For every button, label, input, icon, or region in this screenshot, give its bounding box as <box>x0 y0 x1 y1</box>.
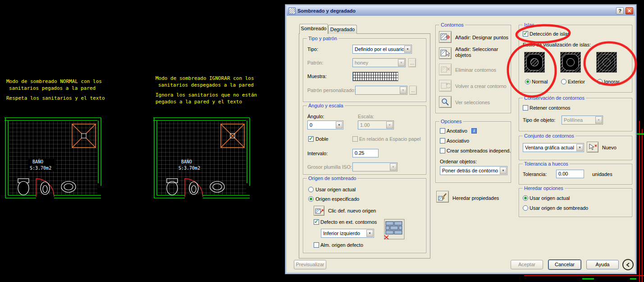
group-inherit-options: Heredar opciones <box>519 188 632 217</box>
view-selections-label: Ver selecciones <box>455 100 490 105</box>
retain-boundaries-label: Retener contornos <box>530 105 571 111</box>
group-boundary-retention: Conservación de contornos <box>519 98 632 131</box>
add-pick-points-button[interactable] <box>439 31 452 43</box>
remove-boundaries-label: Eliminar contornos <box>455 67 496 73</box>
draw-order-label: Ordenar objetos: <box>440 159 477 164</box>
origin-position-value: Inferior izquierdo <box>323 231 366 236</box>
group-title: Opciones <box>439 119 463 124</box>
island-exterior-label: Exterior <box>568 79 585 84</box>
bathroom-plan-normal: BAÑO S:3.70m2 <box>5 116 105 200</box>
origin-specified-radio[interactable] <box>308 196 314 202</box>
island-exterior-radio[interactable] <box>561 79 566 84</box>
paper-space-label: En relación a Espacio papel <box>359 136 420 142</box>
angle-select[interactable]: 0 <box>307 120 343 129</box>
ellipsis-icon: ... <box>410 60 414 65</box>
pattern-label: Patrón: <box>307 60 323 65</box>
dialog-titlebar[interactable]: Sombreado y degradado ? ✕ <box>287 6 635 16</box>
origin-current-radio[interactable] <box>308 187 314 192</box>
custom-pattern-select <box>355 86 407 95</box>
origin-pick-button[interactable] <box>314 206 324 216</box>
object-type-value: Polilínea <box>564 117 595 123</box>
sample-label: Muestra: <box>307 74 327 79</box>
cad-note-normal: Modo de sombreado NORMAL con los sanitar… <box>6 78 105 102</box>
note-line: sanitarios pegados a la pared <box>6 85 105 92</box>
object-type-select: Polilínea <box>562 116 603 125</box>
dialog-app-icon <box>288 7 296 14</box>
island-ignore-tile[interactable] <box>596 52 617 73</box>
independent-hatches-checkbox[interactable] <box>440 148 445 153</box>
draw-order-select[interactable]: Poner detrás de contorno <box>440 166 507 175</box>
angle-value: 0 <box>310 122 335 128</box>
chevron-down-icon <box>595 116 602 124</box>
type-select[interactable]: Definido por el usuario <box>352 45 412 54</box>
origin-pick-label: Clic def. nuevo origen <box>328 208 376 213</box>
chevron-down-icon[interactable] <box>366 230 373 237</box>
chevron-down-icon <box>400 87 406 94</box>
custom-pattern-label: Patrón personalizado: <box>307 88 356 93</box>
double-checkbox[interactable] <box>308 136 314 142</box>
island-detection-checkbox[interactable] <box>523 31 528 37</box>
hatch-gradient-dialog: Sombreado y degradado ? ✕ Sombreado Degr… <box>285 5 636 274</box>
group-title: Origen de sombreado <box>307 176 357 181</box>
info-icon[interactable]: i <box>471 128 477 134</box>
iso-pen-select <box>352 162 397 171</box>
chevron-down-icon[interactable] <box>500 167 507 174</box>
store-origin-checkbox[interactable] <box>314 242 319 248</box>
pattern-sample-swatch[interactable] <box>352 72 398 81</box>
boundary-set-select[interactable]: Ventana gráfica actual <box>523 143 584 152</box>
preview-button: Previsualizar <box>294 260 326 269</box>
island-normal-radio[interactable] <box>525 79 530 84</box>
retain-boundaries-checkbox[interactable] <box>523 105 528 111</box>
island-normal-label: Normal <box>532 79 548 84</box>
help-button[interactable]: Ayuda <box>586 260 619 269</box>
tab-degradado[interactable]: Degradado <box>328 25 357 34</box>
help-icon[interactable]: ? <box>616 7 624 14</box>
origin-preview-icon <box>384 219 405 240</box>
note-line: Respeta los sanitarios y el texto <box>6 95 105 102</box>
collapse-dialog-button[interactable] <box>622 259 634 270</box>
boundary-set-value: Ventana gráfica actual <box>525 145 576 150</box>
add-pick-points-label: Añadir: Designar puntos <box>455 35 508 40</box>
inherit-properties-button[interactable] <box>436 191 449 203</box>
inherit-use-hatch-label: Usar origen de sombreado <box>530 205 588 211</box>
inherit-use-hatch-radio[interactable] <box>523 205 528 211</box>
chevron-down-icon[interactable] <box>404 46 411 53</box>
object-type-label: Tipo de objeto: <box>523 117 555 123</box>
tolerance-label: Tolerancia: <box>523 171 547 177</box>
note-line: sanitarios despegados a la pared <box>155 82 257 88</box>
tolerance-input[interactable]: 0.00 <box>556 170 584 178</box>
chevron-down-icon[interactable] <box>336 121 343 129</box>
ok-button[interactable]: Aceptar <box>511 260 543 269</box>
room-label: BAÑO <box>181 159 192 164</box>
ellipsis-icon: ... <box>411 88 415 93</box>
island-exterior-tile[interactable] <box>560 52 581 73</box>
island-normal-tile[interactable] <box>524 52 545 73</box>
cancel-button[interactable]: Cancelar <box>548 260 581 269</box>
autocad-workspace: Modo de sombreado NORMAL con los sanitar… <box>0 0 644 282</box>
recreate-boundary-button <box>439 80 452 92</box>
inherit-use-current-radio[interactable] <box>523 195 528 201</box>
tab-sombreado[interactable]: Sombreado <box>299 24 328 34</box>
room-area-label: S:3.70m2 <box>178 166 200 171</box>
annotative-checkbox[interactable] <box>440 128 445 134</box>
island-ignore-radio[interactable] <box>597 79 603 84</box>
close-icon[interactable]: ✕ <box>626 7 633 14</box>
spacing-input[interactable]: 0.25 <box>352 149 379 157</box>
new-boundary-set-button[interactable] <box>587 142 598 153</box>
default-extent-checkbox[interactable] <box>314 219 319 225</box>
view-selections-button[interactable] <box>439 96 452 108</box>
note-line: Ignora los sanitarios que no están <box>155 92 257 98</box>
note-line: Modo de sombreado NORMAL con los <box>6 78 105 85</box>
add-select-objects-button[interactable] <box>439 47 452 59</box>
room-label: BAÑO <box>32 159 43 164</box>
inherit-properties-icon <box>438 193 447 201</box>
default-extent-label: Defecto en ext. contornos <box>320 219 377 225</box>
associative-checkbox[interactable] <box>440 138 445 143</box>
draw-order-value: Poner detrás de contorno <box>442 168 499 173</box>
island-detection-label: Detección de islas <box>530 31 570 37</box>
group-title: Heredar opciones <box>523 185 565 191</box>
origin-position-select[interactable]: Inferior izquierdo <box>321 229 374 238</box>
new-boundary-set-label: Nuevo <box>602 145 617 150</box>
chevron-down-icon[interactable] <box>576 144 583 151</box>
chevron-down-icon <box>398 59 405 66</box>
